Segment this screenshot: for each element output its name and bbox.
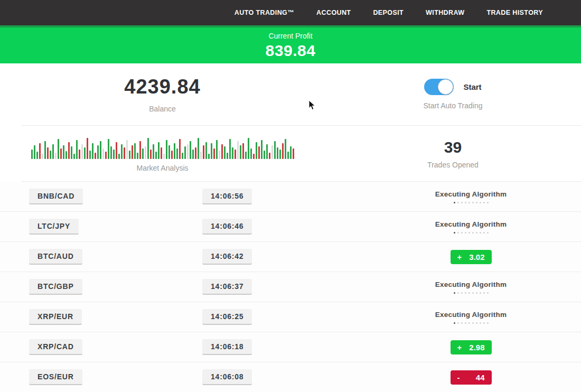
nav-item[interactable]: WITHDRAW (426, 9, 464, 16)
progress-dot (461, 232, 463, 234)
trade-status: -44 (361, 370, 581, 385)
progress-dot (476, 232, 477, 234)
market-bar (147, 138, 149, 159)
market-bar (216, 140, 218, 159)
market-bar (134, 143, 136, 159)
trade-status: +3.02 (361, 250, 581, 264)
pair-pill[interactable]: XRP/EUR (29, 309, 82, 325)
market-bar (179, 139, 181, 159)
progress-dot (487, 232, 489, 234)
trade-status: Executing Algorithm (361, 190, 581, 203)
market-bar (195, 147, 196, 159)
progress-dots (454, 322, 489, 324)
pair-pill[interactable]: BTC/AUD (29, 249, 82, 265)
mouse-cursor-icon (308, 100, 316, 110)
profit-badge: +2.98 (451, 340, 492, 354)
market-bar (290, 146, 292, 159)
trades-opened-label: Trades Opened (427, 161, 479, 169)
market-analysis-block: Market Analysis (0, 135, 325, 172)
market-bar (282, 143, 284, 159)
progress-dot (483, 322, 485, 324)
progress-dot (454, 322, 455, 324)
market-bar (227, 153, 228, 159)
market-bar (71, 146, 72, 159)
progress-dot (461, 202, 463, 203)
nav-item[interactable]: ACCOUNT (316, 9, 351, 16)
progress-dot (468, 292, 470, 294)
progress-dot (480, 322, 481, 324)
market-bar (211, 143, 212, 159)
market-bar (116, 142, 117, 159)
market-bar (163, 154, 165, 159)
market-bar (190, 141, 191, 159)
market-bar (240, 145, 241, 159)
market-bar (168, 145, 170, 159)
time-pill: 14:06:37 (202, 279, 252, 295)
result-value: 3.02 (469, 253, 484, 262)
trades-opened-value: 39 (444, 138, 462, 156)
current-profit-banner: Current Profit 839.84 (0, 25, 581, 63)
nav-item[interactable]: DEPOSIT (373, 9, 404, 16)
market-bar (73, 154, 75, 159)
market-bar (39, 143, 41, 159)
pair-pill[interactable]: XRP/CAD (29, 339, 82, 355)
market-bar (63, 145, 64, 159)
market-bar (274, 141, 276, 159)
market-bar (153, 144, 154, 159)
market-bar (253, 154, 255, 159)
nav-item[interactable]: TRADE HISTORY (486, 9, 543, 16)
progress-dot (480, 232, 481, 234)
progress-dot (476, 202, 477, 203)
pair-pill[interactable]: LTC/JPY (29, 219, 79, 235)
market-bar (258, 146, 260, 159)
market-bar (121, 144, 123, 159)
progress-dot (487, 202, 489, 203)
market-bar (110, 146, 112, 159)
progress-dot (476, 322, 477, 324)
progress-dot (454, 232, 455, 234)
pair-pill[interactable]: BTC/GBP (29, 279, 82, 295)
auto-trading-toggle[interactable] (424, 79, 454, 95)
market-bar (158, 142, 160, 159)
top-nav: AUTO TRADING™ ACCOUNT DEPOSIT WITHDRAW T… (0, 0, 581, 25)
progress-dot (483, 232, 485, 234)
result-sign: - (457, 373, 460, 382)
market-bar (87, 138, 88, 159)
market-bar (108, 139, 109, 159)
market-bar (139, 141, 141, 159)
progress-dot (472, 322, 474, 324)
executing-label: Executing Algorithm (435, 281, 507, 288)
market-bar (250, 148, 252, 159)
market-bar (36, 152, 38, 159)
market-bar (155, 152, 157, 159)
market-bar (293, 148, 294, 159)
pair-pill[interactable]: BNB/CAD (29, 189, 83, 204)
toggle-knob-icon (438, 79, 453, 95)
market-bar (245, 152, 247, 159)
market-bar (213, 148, 215, 159)
market-analysis-chart (31, 135, 294, 159)
trade-status: Executing Algorithm (361, 281, 581, 294)
trade-row: XRP/CAD 14:06:18 +2.98 (0, 332, 581, 362)
market-bar (100, 141, 101, 159)
market-bar (192, 150, 194, 159)
market-bar (187, 144, 189, 159)
market-bar (58, 139, 59, 159)
market-bar (113, 150, 115, 159)
market-bar (145, 146, 146, 159)
progress-dot (468, 202, 470, 203)
market-bar (269, 153, 270, 159)
nav-item[interactable]: AUTO TRADING™ (235, 9, 294, 16)
progress-dot (465, 292, 466, 294)
market-bar (50, 151, 51, 159)
market-bar (277, 147, 278, 159)
market-bar (271, 145, 273, 159)
progress-dot (468, 322, 470, 324)
market-bar (137, 153, 138, 159)
trade-status: Executing Algorithm (361, 311, 581, 324)
pair-pill[interactable]: EOS/EUR (29, 369, 82, 385)
progress-dot (480, 202, 481, 203)
market-bar (235, 150, 236, 159)
market-bar (102, 148, 104, 159)
market-bar (44, 141, 46, 159)
